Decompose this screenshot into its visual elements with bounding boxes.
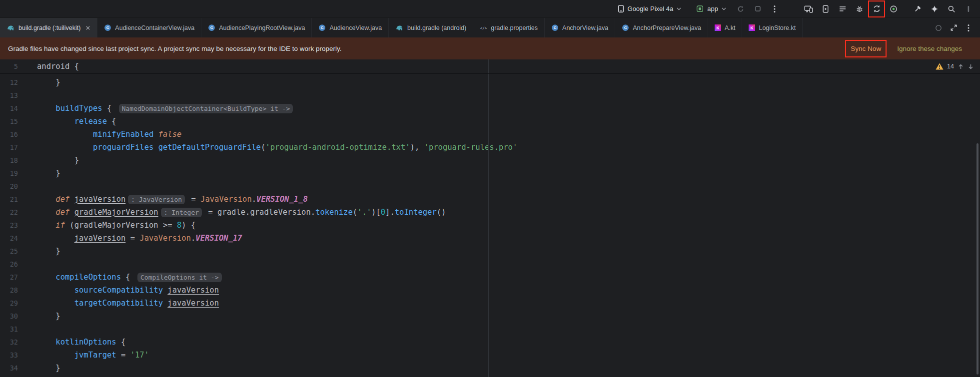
chevron-down-icon [677,7,681,10]
stop-icon[interactable] [751,2,764,15]
phone-device-icon [618,4,624,13]
sync-now-link[interactable]: Sync Now [851,45,881,52]
tab-LoginStore.kt[interactable]: KLoginStore.kt [742,18,803,37]
code-line[interactable]: 25 } [0,245,980,258]
code-line[interactable]: 17 proguardFiles getDefaultProguardFile(… [0,141,980,154]
line-number[interactable]: 16 [0,130,37,138]
code-line[interactable]: 21 def javaVersion: JavaVersion = JavaVe… [0,193,980,206]
code-line[interactable]: 24 javaVersion = JavaVersion.VERSION_17 [0,232,980,245]
line-number[interactable]: 25 [0,247,37,255]
line-number[interactable]: 18 [0,156,37,164]
logcat-icon[interactable] [836,2,849,15]
line-number[interactable]: 27 [0,273,37,281]
tab-AnchorPrepareView.java[interactable]: CAnchorPrepareView.java [615,18,708,37]
device-manager-icon[interactable] [802,2,815,15]
sticky-code-text: android { [37,62,79,71]
code-line[interactable]: 30 } [0,310,980,323]
expand-editor-icon[interactable] [947,21,960,34]
tab-AudienceContainerView.java[interactable]: CAudienceContainerView.java [97,18,201,37]
code-line[interactable]: 29 targetCompatibility javaVersion [0,297,980,310]
line-number[interactable]: 12 [0,78,37,86]
tab-gradle.properties[interactable]: </>gradle.properties [473,18,545,37]
tab-build.gradle (:tuilivekit)[interactable]: build.gradle (:tuilivekit) [0,18,97,37]
banner-actions: Sync Now Ignore these changes [851,45,972,52]
line-number[interactable]: 33 [0,351,37,359]
gemini-icon[interactable] [928,2,941,15]
code-line[interactable]: 12 } [0,76,980,89]
rerun-icon[interactable] [734,2,747,15]
code-line[interactable]: 23 if (gradleMajorVersion >= 8) { [0,219,980,232]
code-line[interactable]: 31 [0,323,980,336]
tab-label: AudienceContainerView.java [115,24,194,31]
next-warning-icon[interactable] [968,63,974,70]
run-config-selector[interactable]: app [692,3,730,14]
window-overflow-icon[interactable] [962,2,975,15]
code-text: buildTypes { NamedDomainObjectContainer<… [37,104,294,113]
line-number[interactable]: 30 [0,312,37,320]
tab-overflow-icon[interactable] [932,21,945,34]
code-line[interactable]: 20 [0,180,980,193]
code-line[interactable]: 28 sourceCompatibility javaVersion [0,284,980,297]
tab-AudienceView.java[interactable]: CAudienceView.java [312,18,389,37]
code-line[interactable]: 14 buildTypes { NamedDomainObjectContain… [0,102,980,115]
code-line[interactable]: 13 [0,89,980,102]
line-number[interactable]: 29 [0,299,37,307]
code-line[interactable]: 15 release { [0,115,980,128]
line-number[interactable]: 34 [0,364,37,372]
sticky-context-line[interactable]: 5 android { 14 [0,59,980,74]
code-line[interactable]: 26 [0,258,980,271]
more-actions-icon[interactable] [768,2,781,15]
tab-label: gradle.properties [491,24,538,31]
line-number[interactable]: 15 [0,117,37,125]
global-actions-group [911,2,975,15]
code-editor[interactable]: 5 android { 14 12 }1314 buildTypes { Nam… [0,59,980,377]
more-vertical-icon[interactable] [962,21,975,34]
line-number[interactable]: 20 [0,182,37,190]
java-class-icon: C [104,24,111,31]
editor-tab-bar: build.gradle (:tuilivekit)CAudienceConta… [0,18,980,37]
svg-text:C: C [321,25,324,30]
line-number[interactable]: 32 [0,338,37,346]
code-line[interactable]: 19 } [0,167,980,180]
close-icon[interactable] [85,25,90,30]
line-number[interactable]: 17 [0,143,37,151]
inspections-widget[interactable]: 14 [936,63,974,70]
tab-AnchorView.java[interactable]: CAnchorView.java [545,18,615,37]
device-selector[interactable]: Google Pixel 4a [614,2,686,15]
code-line[interactable]: 32 kotlinOptions { [0,336,980,349]
gradle-sync-icon[interactable] [870,2,883,15]
line-number[interactable]: 22 [0,208,37,216]
line-number[interactable]: 23 [0,221,37,229]
tab-AudiencePlayingRootView.java[interactable]: CAudiencePlayingRootView.java [201,18,312,37]
code-line[interactable]: 16 minifyEnabled false [0,128,980,141]
tab-bar-actions [927,18,980,37]
line-number[interactable]: 26 [0,260,37,268]
tab-A.kt[interactable]: KA.kt [708,18,743,37]
line-number[interactable]: 13 [0,91,37,99]
ignore-changes-link[interactable]: Ignore these changes [897,45,962,52]
code-line[interactable]: 35 [0,375,980,377]
line-number[interactable]: 5 [0,62,37,70]
line-number[interactable]: 21 [0,195,37,203]
search-everywhere-icon[interactable] [945,2,958,15]
line-number[interactable]: 19 [0,169,37,177]
line-number[interactable]: 31 [0,325,37,333]
app-inspection-icon[interactable] [853,2,866,15]
line-number[interactable]: 14 [0,104,37,112]
tab-build.gradle (android)[interactable]: build.gradle (android) [389,18,473,37]
tab-label: A.kt [725,24,736,31]
profiler-icon[interactable] [887,2,900,15]
code-line[interactable]: 18 } [0,154,980,167]
code-line[interactable]: 27 compileOptions { CompileOptions it -> [0,271,980,284]
code-line[interactable]: 34 } [0,362,980,375]
vertical-scrollbar-thumb[interactable] [977,143,979,375]
prev-warning-icon[interactable] [958,63,964,70]
code-line[interactable]: 22 def gradleMajorVersion: Integer = gra… [0,206,980,219]
line-number[interactable]: 28 [0,286,37,294]
code-line[interactable]: 33 jvmTarget = '17' [0,349,980,362]
build-tools-icon[interactable] [911,2,924,15]
svg-text:K: K [716,25,720,30]
code-text: } [37,169,60,178]
line-number[interactable]: 24 [0,234,37,242]
running-devices-icon[interactable] [819,2,832,15]
